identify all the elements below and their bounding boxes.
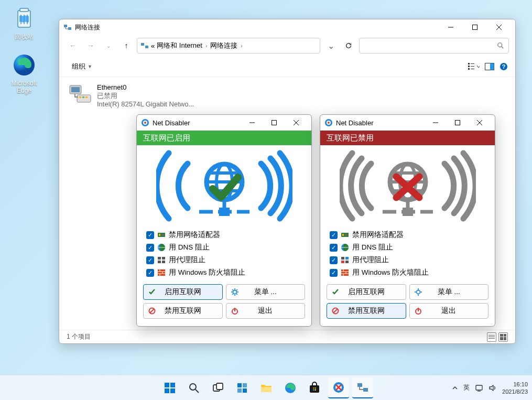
- svg-rect-94: [341, 257, 344, 260]
- nd-option-dns[interactable]: ✓ 用 DNS 阻止: [146, 241, 302, 254]
- nd-option-firewall[interactable]: ✓ 用 Windows 防火墙阻止: [330, 266, 485, 279]
- nd-titlebar[interactable]: Net Disabler: [137, 115, 311, 131]
- close-button[interactable]: [487, 19, 511, 35]
- taskbar-network-connections[interactable]: [352, 377, 373, 398]
- nd-exit-button[interactable]: 退出: [409, 303, 489, 319]
- checkbox-checked-icon[interactable]: ✓: [146, 256, 154, 264]
- nd-option-proxy[interactable]: ✓ 用代理阻止: [146, 254, 302, 266]
- chevron-right-icon[interactable]: ›: [240, 43, 243, 49]
- tray-ime[interactable]: 英: [463, 383, 470, 392]
- checkbox-checked-icon[interactable]: ✓: [146, 269, 154, 277]
- taskbar-edge[interactable]: [280, 377, 301, 398]
- desktop-edge[interactable]: Microsoft Edge: [5, 52, 43, 94]
- svg-rect-136: [357, 383, 362, 387]
- help-button[interactable]: ?: [500, 62, 508, 71]
- icons-view-button[interactable]: [498, 332, 508, 342]
- tray-chevron-up[interactable]: [452, 385, 458, 391]
- taskbar-netdisabler[interactable]: [328, 377, 349, 398]
- address-dropdown[interactable]: ⌄: [323, 38, 338, 53]
- tray-volume-icon[interactable]: [488, 384, 497, 392]
- svg-rect-121: [237, 383, 242, 387]
- address-bar[interactable]: « 网络和 Internet › 网络连接 ›: [137, 38, 320, 53]
- network-adapter-item[interactable]: Ethernet0 已禁用 Intel(R) 82574L Gigabit Ne…: [64, 80, 211, 112]
- chevron-right-icon[interactable]: ›: [204, 43, 208, 49]
- svg-rect-17: [471, 66, 474, 67]
- nd-graphic-disabled: [320, 145, 495, 226]
- svg-point-11: [498, 43, 502, 47]
- nd-titlebar[interactable]: Net Disabler: [320, 115, 495, 131]
- refresh-button[interactable]: [341, 38, 356, 53]
- nav-up-button[interactable]: ↑: [119, 38, 134, 53]
- checkbox-checked-icon[interactable]: ✓: [330, 256, 338, 264]
- breadcrumb-current[interactable]: 网络连接: [210, 41, 237, 50]
- taskbar-search[interactable]: [183, 377, 204, 398]
- taskbar-widgets[interactable]: [232, 377, 253, 398]
- svg-rect-52: [162, 261, 165, 263]
- nd-option-dns[interactable]: ✓ 用 DNS 阻止: [330, 241, 485, 254]
- svg-rect-16: [471, 63, 474, 64]
- checkbox-checked-icon[interactable]: ✓: [330, 244, 338, 252]
- svg-rect-137: [363, 388, 368, 392]
- organize-button[interactable]: 组织 ▼: [67, 60, 97, 73]
- nd-menu-button[interactable]: 菜单 ...: [409, 284, 489, 300]
- taskbar-explorer[interactable]: [256, 377, 277, 398]
- prohibit-icon: [148, 307, 156, 315]
- taskbar-store[interactable]: [304, 377, 325, 398]
- power-icon: [231, 307, 239, 315]
- minimize-button[interactable]: [241, 115, 263, 131]
- checkbox-checked-icon[interactable]: ✓: [330, 269, 338, 277]
- checkbox-checked-icon[interactable]: ✓: [330, 231, 338, 239]
- checkbox-checked-icon[interactable]: ✓: [146, 231, 154, 239]
- svg-rect-128: [313, 387, 314, 389]
- nd-enable-button[interactable]: 启用互联网: [327, 284, 406, 300]
- network-connections-icon: [63, 23, 72, 31]
- explorer-title: 网络连接: [75, 23, 100, 32]
- nav-back-button[interactable]: ←: [66, 38, 80, 53]
- nd-option-firewall[interactable]: ✓ 用 Windows 防火墙阻止: [146, 266, 302, 279]
- close-button[interactable]: [285, 115, 307, 131]
- svg-rect-45: [159, 234, 160, 236]
- proxy-option-icon: [341, 256, 349, 264]
- minimize-button[interactable]: [439, 19, 463, 35]
- details-view-button[interactable]: [487, 332, 496, 342]
- search-input[interactable]: [359, 38, 509, 53]
- nd-enable-button[interactable]: 启用互联网: [143, 284, 223, 300]
- edge-icon: [12, 52, 37, 78]
- svg-rect-26: [79, 96, 81, 98]
- nd-title: Net Disabler: [336, 119, 374, 127]
- nav-recent-dropdown[interactable]: ⌄: [101, 38, 116, 53]
- net-disabler-window-enabled: Net Disabler 互联网已启用 ✓ 禁用网络: [136, 114, 312, 327]
- maximize-button[interactable]: [447, 115, 469, 131]
- nd-menu-button[interactable]: 菜单 ...: [226, 284, 306, 300]
- start-button[interactable]: [159, 377, 180, 398]
- firewall-option-icon: [157, 268, 166, 277]
- preview-pane-button[interactable]: [485, 63, 494, 70]
- nav-forward-button[interactable]: →: [83, 38, 98, 53]
- maximize-button[interactable]: [263, 115, 285, 131]
- recycle-bin-icon: [12, 5, 37, 30]
- nd-disable-button[interactable]: 禁用互联网: [143, 303, 223, 319]
- nd-option-adapter[interactable]: ✓ 禁用网络适配器: [330, 229, 485, 241]
- tray-clock[interactable]: 16:10 2021/8/23: [502, 381, 528, 395]
- explorer-titlebar[interactable]: 网络连接: [59, 19, 515, 35]
- checkbox-checked-icon[interactable]: ✓: [146, 244, 154, 252]
- svg-rect-53: [158, 269, 165, 276]
- view-options-button[interactable]: [468, 62, 480, 71]
- nd-status-banner: 互联网已启用: [137, 131, 311, 145]
- minimize-button[interactable]: [425, 115, 447, 131]
- close-button[interactable]: [469, 115, 491, 131]
- desktop-recycle-bin[interactable]: 回收站: [5, 5, 43, 41]
- nd-disable-button[interactable]: 禁用互联网: [327, 303, 406, 319]
- nd-option-proxy[interactable]: ✓ 用代理阻止: [330, 254, 485, 266]
- svg-line-69: [150, 309, 154, 313]
- tray-network-icon[interactable]: [475, 384, 483, 392]
- nd-option-adapter[interactable]: ✓ 禁用网络适配器: [146, 229, 302, 241]
- maximize-button[interactable]: [463, 19, 487, 35]
- svg-rect-97: [345, 261, 349, 263]
- nd-exit-button[interactable]: 退出: [226, 303, 306, 319]
- breadcrumb-root[interactable]: 网络和 Internet: [157, 41, 202, 50]
- firewall-option-icon: [341, 268, 349, 277]
- breadcrumb-prefix: «: [151, 42, 155, 50]
- svg-rect-124: [243, 388, 247, 393]
- taskbar-taskview[interactable]: [208, 377, 229, 398]
